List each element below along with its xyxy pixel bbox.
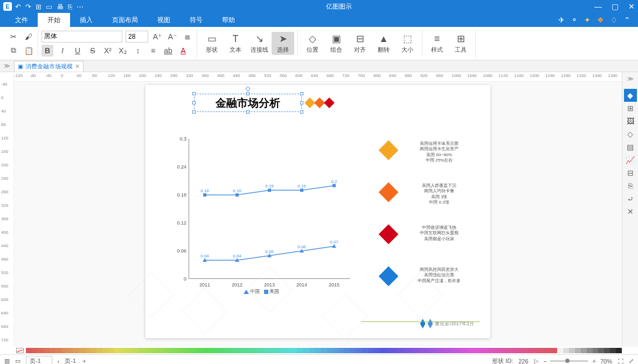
resize-handle-ne[interactable] — [300, 92, 303, 95]
color-swatch[interactable] — [309, 348, 315, 353]
premium-icon[interactable]: ✦ — [584, 16, 591, 24]
cut-button[interactable]: ✂ — [8, 31, 19, 43]
color-swatch[interactable] — [616, 348, 622, 353]
color-swatch[interactable] — [344, 348, 350, 353]
sidepanel-item-7[interactable]: ⎘ — [624, 179, 637, 192]
color-swatch[interactable] — [492, 348, 498, 353]
color-swatch[interactable] — [114, 348, 120, 353]
color-swatch[interactable] — [392, 348, 398, 353]
color-swatch[interactable] — [168, 348, 174, 353]
collapse-panel-icon[interactable]: ≫ — [627, 75, 634, 82]
font-name-select[interactable] — [41, 31, 122, 43]
color-swatch[interactable] — [516, 348, 522, 353]
color-swatch[interactable] — [551, 348, 557, 353]
size-tool-button[interactable]: ⬚大小 — [396, 32, 419, 55]
color-swatch[interactable] — [557, 348, 563, 353]
superscript-button[interactable]: X² — [102, 45, 114, 57]
color-swatch[interactable] — [522, 348, 528, 353]
tab-symbol[interactable]: 符号 — [180, 13, 212, 27]
no-color-swatch[interactable] — [16, 348, 24, 353]
prev-page-button[interactable]: ‹ — [58, 358, 60, 365]
color-swatch[interactable] — [327, 348, 333, 353]
font-increase-button[interactable]: A⁺ — [151, 31, 163, 43]
color-swatch[interactable] — [593, 348, 599, 353]
color-swatch[interactable] — [368, 348, 374, 353]
color-swatch[interactable] — [250, 348, 256, 353]
color-swatch[interactable] — [238, 348, 244, 353]
zoom-out-button[interactable]: − — [544, 358, 547, 365]
sidepanel-item-9[interactable]: ✕ — [624, 205, 637, 218]
color-swatch[interactable] — [280, 348, 286, 353]
color-swatch[interactable] — [191, 348, 197, 353]
color-swatch[interactable] — [380, 348, 386, 353]
expand-left-icon[interactable]: ≫ — [0, 62, 14, 69]
color-swatch[interactable] — [451, 348, 457, 353]
share-icon[interactable]: ✈ — [558, 16, 565, 24]
color-swatch[interactable] — [268, 348, 274, 353]
color-swatch[interactable] — [215, 348, 221, 353]
list-button[interactable]: ≡ — [147, 45, 159, 57]
tab-insert[interactable]: 插入 — [70, 13, 102, 27]
color-swatch[interactable] — [457, 348, 463, 353]
color-swatch[interactable] — [563, 348, 569, 353]
zoom-slider[interactable] — [550, 360, 588, 362]
rotate-handle[interactable] — [246, 87, 250, 91]
collapse-ribbon-icon[interactable]: ⌃ — [624, 16, 630, 24]
sidepanel-item-6[interactable]: ⊟ — [624, 166, 637, 179]
color-swatch[interactable] — [286, 348, 292, 353]
color-swatch[interactable] — [91, 348, 96, 353]
close-button[interactable]: ✕ — [628, 2, 635, 11]
font-decrease-button[interactable]: A⁻ — [167, 31, 178, 43]
color-swatch[interactable] — [545, 348, 551, 353]
sidepanel-item-0[interactable]: ◆ — [624, 89, 637, 102]
export-button[interactable]: ⎘ — [68, 3, 72, 11]
redo-button[interactable]: ↷ — [25, 3, 31, 11]
paste-button[interactable]: 📋 — [23, 45, 34, 57]
color-swatch[interactable] — [415, 348, 421, 353]
color-swatch[interactable] — [79, 348, 85, 353]
color-swatch[interactable] — [50, 348, 56, 353]
underline-button[interactable]: U — [72, 45, 84, 57]
color-swatch[interactable] — [108, 348, 114, 353]
sidepanel-item-1[interactable]: ⊞ — [624, 102, 637, 115]
color-swatch[interactable] — [315, 348, 321, 353]
zoom-in-button[interactable]: ＋ — [591, 357, 597, 364]
diamond-icon[interactable]: ❖ — [597, 16, 604, 24]
position-tool-button[interactable]: ◇位置 — [301, 32, 324, 55]
fit-page-icon[interactable]: ⛶ — [618, 358, 623, 365]
italic-button[interactable]: I — [57, 45, 68, 57]
resize-handle-se[interactable] — [300, 110, 303, 114]
color-swatch[interactable] — [410, 348, 415, 353]
color-swatch[interactable] — [226, 348, 232, 353]
color-swatch[interactable] — [44, 348, 50, 353]
color-swatch[interactable] — [138, 348, 144, 353]
connector-tool-button[interactable]: ↘连接线 — [248, 32, 271, 55]
color-swatch[interactable] — [220, 348, 226, 353]
canvas-area[interactable]: -120-80-40040801201602002402803203604004… — [14, 72, 622, 347]
color-swatch[interactable] — [120, 348, 126, 353]
color-swatch[interactable] — [498, 348, 504, 353]
new-button[interactable]: ⊞ — [36, 3, 41, 11]
color-swatch[interactable] — [350, 348, 356, 353]
color-swatch[interactable] — [162, 348, 168, 353]
color-swatch[interactable] — [463, 348, 469, 353]
color-swatch[interactable] — [262, 348, 268, 353]
strike-button[interactable]: S — [87, 45, 99, 57]
color-swatch[interactable] — [581, 348, 587, 353]
color-swatch[interactable] — [150, 348, 156, 353]
document-tab-close[interactable]: ✕ — [75, 63, 80, 70]
color-swatch[interactable] — [144, 348, 150, 353]
font-color-button[interactable]: A — [177, 45, 189, 57]
color-swatch[interactable] — [73, 348, 79, 353]
color-swatch[interactable] — [232, 348, 238, 353]
resize-handle-e[interactable] — [300, 101, 303, 104]
shape-tool-button[interactable]: ▭形状 — [200, 32, 223, 55]
link-icon[interactable]: ⚬ — [571, 16, 578, 24]
color-swatch[interactable] — [209, 348, 215, 353]
color-swatch[interactable] — [604, 348, 610, 353]
color-swatch[interactable] — [575, 348, 581, 353]
color-swatch[interactable] — [244, 348, 250, 353]
color-swatch[interactable] — [362, 348, 368, 353]
color-swatch[interactable] — [102, 348, 108, 353]
tool-tool-button[interactable]: ⊞工具 — [449, 32, 472, 55]
